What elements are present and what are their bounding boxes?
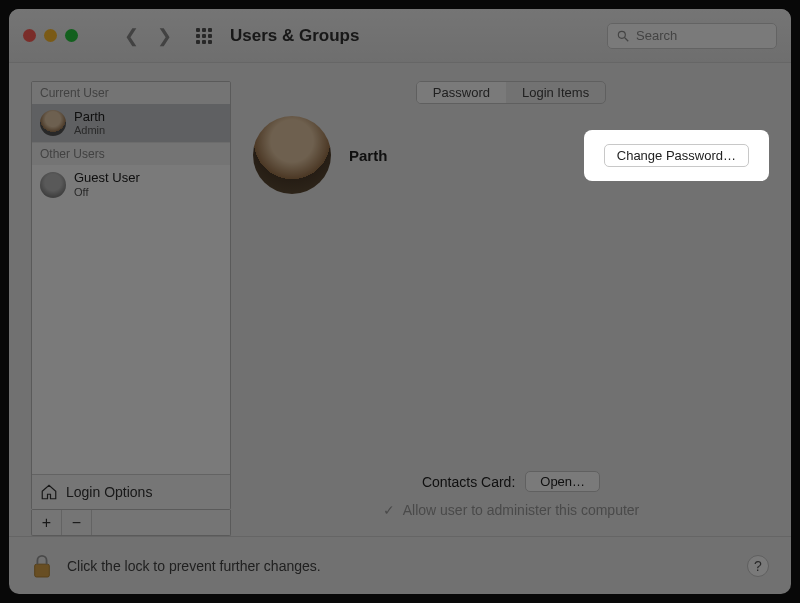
user-display-name: Parth [349,147,566,164]
svg-line-1 [625,37,629,41]
open-contacts-button[interactable]: Open… [525,471,600,492]
admin-checkbox-row: ✓ Allow user to administer this computer [253,502,769,518]
login-options[interactable]: Login Options [32,474,230,509]
tab-login-items[interactable]: Login Items [506,82,605,103]
main-panel: Password Login Items Parth Change Passwo… [253,81,769,536]
home-icon [40,483,58,501]
window-title: Users & Groups [230,26,359,46]
help-button[interactable]: ? [747,555,769,577]
avatar-icon [40,110,66,136]
tabs: Password Login Items [416,81,606,104]
sidebar-user-guest[interactable]: Guest User Off [32,165,230,203]
sidebar-user-name: Guest User [74,171,140,185]
tab-password[interactable]: Password [417,82,506,103]
login-options-label: Login Options [66,484,152,500]
add-user-button[interactable]: + [32,510,62,535]
avatar-icon [40,172,66,198]
footer-text: Click the lock to prevent further change… [67,558,733,574]
sidebar-user-role: Off [74,186,140,198]
titlebar: ❮ ❯ Users & Groups Search [9,9,791,63]
maximize-window-button[interactable] [65,29,78,42]
remove-user-button[interactable]: − [62,510,92,535]
sidebar-user-role: Admin [74,124,105,136]
svg-rect-2 [35,564,50,577]
traffic-lights [23,29,78,42]
sidebar-user-parth[interactable]: Parth Admin [32,104,230,142]
svg-point-0 [618,31,625,38]
change-password-highlight: Change Password… [584,130,769,181]
search-icon [616,29,630,43]
close-window-button[interactable] [23,29,36,42]
section-current-user: Current User [32,82,230,104]
lock-icon[interactable] [31,553,53,579]
contacts-card-label: Contacts Card: [422,474,515,490]
user-list: Current User Parth Admin Other Users Gue… [31,81,231,510]
check-icon: ✓ [383,502,395,518]
sidebar: Current User Parth Admin Other Users Gue… [31,81,231,536]
user-avatar[interactable] [253,116,331,194]
admin-checkbox-label: Allow user to administer this computer [403,502,640,518]
back-button[interactable]: ❮ [124,25,139,47]
change-password-button[interactable]: Change Password… [604,144,749,167]
section-other-users: Other Users [32,142,230,165]
search-placeholder: Search [636,28,677,43]
sidebar-user-name: Parth [74,110,105,124]
preferences-window: ❮ ❯ Users & Groups Search Current User P… [9,9,791,594]
all-preferences-icon[interactable] [196,28,212,44]
forward-button[interactable]: ❯ [157,25,172,47]
footer: Click the lock to prevent further change… [9,536,791,594]
minimize-window-button[interactable] [44,29,57,42]
search-field[interactable]: Search [607,23,777,49]
add-remove-bar: + − [31,510,231,536]
